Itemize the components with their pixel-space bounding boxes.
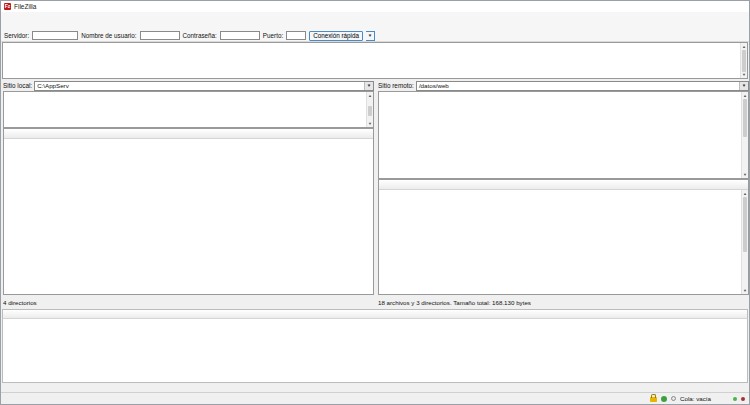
scroll-up-icon[interactable]: ▲ bbox=[367, 92, 373, 99]
quickconnect-dropdown-icon[interactable]: ▼ bbox=[366, 31, 375, 41]
server-input[interactable] bbox=[32, 31, 78, 40]
filezilla-window: Fz FileZilla Servidor: Nombre de usuario… bbox=[0, 0, 750, 405]
remote-list-header bbox=[379, 180, 748, 190]
remote-site-bar: Sitio remoto: /datos/web ▼ bbox=[378, 80, 749, 91]
local-path-value: C:\AppServ bbox=[37, 82, 69, 89]
queue-header bbox=[2, 309, 748, 319]
scroll-down-icon[interactable]: ▼ bbox=[741, 71, 747, 78]
local-list-header bbox=[4, 129, 373, 139]
remote-list-scrollbar[interactable]: ▲ ▼ bbox=[741, 190, 748, 294]
password-input[interactable] bbox=[220, 31, 260, 40]
remote-path-dropdown-icon[interactable]: ▼ bbox=[739, 82, 748, 90]
menu-bar bbox=[1, 12, 749, 21]
scroll-down-icon[interactable]: ▼ bbox=[367, 120, 373, 127]
local-site-label: Sitio local: bbox=[3, 82, 32, 89]
scroll-down-icon[interactable]: ▼ bbox=[742, 287, 748, 294]
status-bar: Cola: vacía bbox=[1, 392, 749, 404]
quickconnect-button[interactable]: Conexión rápida bbox=[309, 31, 363, 41]
remote-tree-scrollbar[interactable]: ▲ ▼ bbox=[741, 92, 748, 178]
server-label: Servidor: bbox=[4, 32, 29, 39]
remote-path-combo[interactable]: /datos/web ▼ bbox=[416, 81, 749, 91]
scroll-down-icon[interactable]: ▼ bbox=[742, 171, 748, 178]
remote-site-label: Sitio remoto: bbox=[378, 82, 414, 89]
remote-directory-tree: ▲ ▼ bbox=[378, 91, 749, 179]
remote-path-value: /datos/web bbox=[419, 82, 449, 89]
local-file-list bbox=[3, 128, 374, 295]
activity-receive-indicator bbox=[741, 397, 745, 401]
message-log: ▲ ▼ bbox=[2, 42, 748, 79]
local-site-bar: Sitio local: C:\AppServ ▼ bbox=[3, 80, 374, 91]
scroll-up-icon[interactable]: ▲ bbox=[742, 92, 748, 99]
remote-status-text: 18 archivos y 3 directorios. Tamaño tota… bbox=[378, 297, 749, 307]
username-input[interactable] bbox=[140, 31, 180, 40]
local-directory-tree: ▲ ▼ bbox=[3, 91, 374, 128]
username-label: Nombre de usuario: bbox=[81, 32, 136, 39]
local-tree-scrollbar[interactable]: ▲ ▼ bbox=[366, 92, 373, 127]
title-bar: Fz FileZilla bbox=[1, 1, 749, 12]
queue-status-text: Cola: vacía bbox=[680, 395, 711, 402]
speed-limit-icon[interactable] bbox=[661, 396, 667, 402]
remote-file-list: ▲ ▼ bbox=[378, 179, 749, 295]
scroll-up-icon[interactable]: ▲ bbox=[741, 43, 747, 50]
window-title: FileZilla bbox=[14, 3, 36, 10]
port-input[interactable] bbox=[286, 31, 306, 40]
toolbar bbox=[1, 21, 749, 30]
port-label: Puerto: bbox=[263, 32, 283, 39]
message-log-scrollbar[interactable]: ▲ ▼ bbox=[740, 43, 747, 78]
activity-send-indicator bbox=[733, 397, 737, 401]
encryption-lock-icon bbox=[650, 397, 657, 402]
password-label: Contraseña: bbox=[183, 32, 217, 39]
scroll-up-icon[interactable]: ▲ bbox=[742, 190, 748, 197]
local-path-combo[interactable]: C:\AppServ ▼ bbox=[34, 81, 374, 91]
local-status-text: 4 directorios bbox=[3, 297, 374, 307]
app-icon: Fz bbox=[4, 3, 11, 10]
clock-icon bbox=[671, 396, 676, 401]
quickconnect-bar: Servidor: Nombre de usuario: Contraseña:… bbox=[1, 30, 749, 42]
local-path-dropdown-icon[interactable]: ▼ bbox=[364, 82, 373, 90]
queue-body bbox=[2, 319, 748, 383]
